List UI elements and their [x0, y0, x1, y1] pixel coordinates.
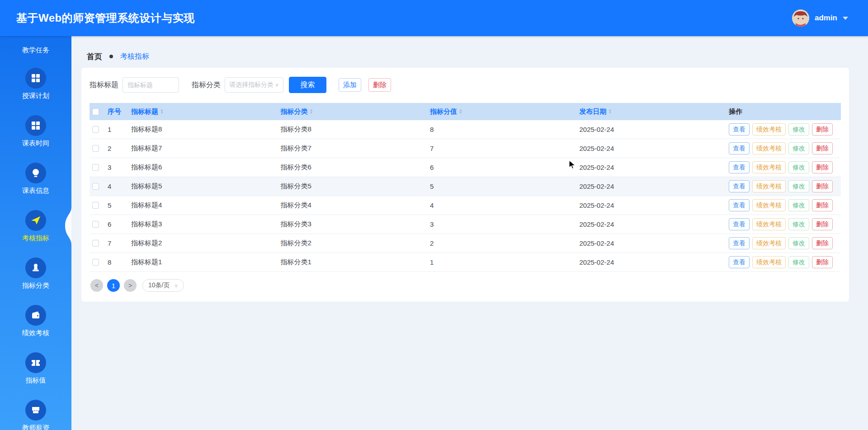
delete-row-button[interactable]: 删除 [812, 161, 833, 173]
perf-review-button[interactable]: 绩效考核 [752, 142, 786, 154]
stamp-icon [25, 257, 46, 278]
cell-index: 8 [108, 258, 131, 266]
avatar[interactable] [792, 9, 809, 27]
perf-review-button[interactable]: 绩效考核 [752, 123, 786, 136]
row-checkbox[interactable] [92, 145, 99, 152]
cell-title: 指标标题4 [131, 201, 281, 210]
row-checkbox[interactable] [92, 164, 99, 171]
breadcrumb-home[interactable]: 首页 [87, 51, 102, 62]
delete-button[interactable]: 删除 [368, 78, 391, 92]
edit-button[interactable]: 修改 [788, 256, 809, 268]
col-header-date[interactable]: 发布日期▲▼ [580, 108, 729, 116]
perf-review-button[interactable]: 绩效考核 [752, 237, 786, 249]
sidebar-item-indicator-value[interactable]: 指标值 [25, 352, 46, 384]
sort-icons[interactable]: ▲▼ [310, 109, 313, 114]
title-filter-input[interactable] [123, 77, 179, 93]
sidebar-item-lesson-plan[interactable]: 授课计划 [22, 68, 49, 99]
view-button[interactable]: 查看 [729, 180, 750, 192]
sidebar-item-timetable-time[interactable]: 课表时间 [22, 115, 49, 147]
edit-button[interactable]: 修改 [788, 218, 809, 230]
perf-review-button[interactable]: 绩效考核 [752, 180, 786, 192]
cell-title: 指标标题6 [131, 163, 281, 172]
view-button[interactable]: 查看 [729, 199, 750, 211]
main-content: 首页 考核指标 指标标题 指标分类 请选择指标分类 ∨ 搜索 添加 删除 [71, 36, 868, 430]
view-button[interactable]: 查看 [729, 256, 750, 268]
view-button[interactable]: 查看 [729, 237, 750, 249]
category-filter-select[interactable]: 请选择指标分类 ∨ [225, 77, 283, 93]
row-checkbox[interactable] [92, 240, 99, 247]
table-row: 6 指标标题3 指标分类3 3 2025-02-24 查看绩效考核修改删除 [90, 215, 841, 234]
cell-index: 4 [108, 182, 131, 190]
next-page-button[interactable]: > [124, 279, 137, 292]
delete-row-button[interactable]: 删除 [812, 180, 833, 192]
row-checkbox[interactable] [92, 259, 99, 266]
col-header-score[interactable]: 指标分值▲▼ [430, 108, 580, 116]
perf-review-button[interactable]: 绩效考核 [752, 218, 786, 230]
sidebar-item-label: 指标分类 [22, 281, 49, 289]
search-button[interactable]: 搜索 [289, 77, 326, 93]
sort-icons[interactable]: ▲▼ [609, 109, 612, 114]
sort-icons[interactable]: ▲▼ [459, 109, 462, 114]
row-checkbox[interactable] [92, 126, 99, 133]
view-button[interactable]: 查看 [729, 161, 750, 173]
view-button[interactable]: 查看 [729, 123, 750, 136]
sidebar-item-teaching-tasks[interactable]: 教学任务 [22, 46, 49, 54]
cell-score: 7 [430, 145, 580, 152]
sidebar-item-timetable-info[interactable]: 课表信息 [22, 163, 49, 194]
sidebar-item-assessment-indicators[interactable]: 考核指标 [22, 210, 49, 242]
view-button[interactable]: 查看 [729, 218, 750, 230]
delete-row-button[interactable]: 删除 [812, 256, 833, 268]
chevron-down-icon: ∨ [275, 82, 279, 87]
row-checkbox[interactable] [92, 221, 99, 228]
edit-button[interactable]: 修改 [788, 199, 809, 211]
table-row: 7 指标标题2 指标分类2 2 2025-02-24 查看绩效考核修改删除 [90, 234, 841, 253]
cell-index: 3 [108, 164, 131, 171]
ticket-icon [25, 352, 46, 373]
perf-review-button[interactable]: 绩效考核 [752, 199, 786, 211]
sidebar-item-label: 课表时间 [22, 139, 49, 147]
sort-icons[interactable]: ▲▼ [160, 109, 164, 114]
sidebar-item-performance-review[interactable]: 绩效考核 [22, 305, 49, 337]
row-checkbox[interactable] [92, 202, 99, 209]
user-caret-down-icon [843, 17, 848, 20]
row-checkbox[interactable] [92, 183, 99, 190]
edit-button[interactable]: 修改 [788, 237, 809, 249]
sidebar-item-label: 指标值 [26, 376, 46, 384]
delete-row-button[interactable]: 删除 [812, 199, 833, 211]
cell-category: 指标分类1 [281, 258, 430, 266]
cell-index: 2 [108, 145, 131, 152]
sidebar-item-teacher-salary[interactable]: 教师薪资 [22, 400, 49, 430]
edit-button[interactable]: 修改 [788, 123, 809, 136]
col-header-index[interactable]: 序号 [108, 108, 131, 116]
edit-button[interactable]: 修改 [788, 142, 809, 154]
page-size-select[interactable]: 10条/页 ∨ [142, 279, 184, 292]
add-button[interactable]: 添加 [339, 78, 361, 92]
delete-row-button[interactable]: 删除 [812, 123, 833, 136]
cell-date: 2025-02-24 [580, 258, 729, 266]
breadcrumb-dot-icon [109, 55, 113, 58]
sidebar-item-label: 考核指标 [22, 234, 49, 242]
delete-row-button[interactable]: 删除 [812, 237, 833, 249]
active-item-notch [64, 207, 71, 245]
col-header-title[interactable]: 指标标题▲▼ [131, 108, 281, 116]
edit-button[interactable]: 修改 [788, 161, 809, 173]
page-1-button[interactable]: 1 [107, 279, 120, 292]
perf-review-button[interactable]: 绩效考核 [752, 256, 786, 268]
table-header-row: 序号 指标标题▲▼ 指标分类▲▼ 指标分值▲▼ 发布日期▲▼ 操作 [90, 103, 841, 120]
cell-category: 指标分类4 [281, 201, 430, 210]
cell-title: 指标标题8 [131, 125, 281, 134]
delete-row-button[interactable]: 删除 [812, 142, 833, 154]
sidebar-item-indicator-category[interactable]: 指标分类 [22, 257, 49, 289]
username[interactable]: admin [815, 14, 837, 23]
edit-button[interactable]: 修改 [788, 180, 809, 192]
table-row: 8 指标标题1 指标分类1 1 2025-02-24 查看绩效考核修改删除 [90, 253, 841, 272]
delete-row-button[interactable]: 删除 [812, 218, 833, 230]
prev-page-button[interactable]: < [90, 279, 103, 292]
user-menu[interactable]: admin [792, 9, 848, 27]
perf-review-button[interactable]: 绩效考核 [752, 161, 786, 173]
cell-category: 指标分类6 [281, 163, 430, 172]
col-header-category[interactable]: 指标分类▲▼ [281, 108, 430, 116]
select-all-checkbox[interactable] [92, 108, 99, 115]
content-card: 指标标题 指标分类 请选择指标分类 ∨ 搜索 添加 删除 序号 指标标题▲▼ 指 [81, 68, 849, 302]
view-button[interactable]: 查看 [729, 142, 750, 154]
